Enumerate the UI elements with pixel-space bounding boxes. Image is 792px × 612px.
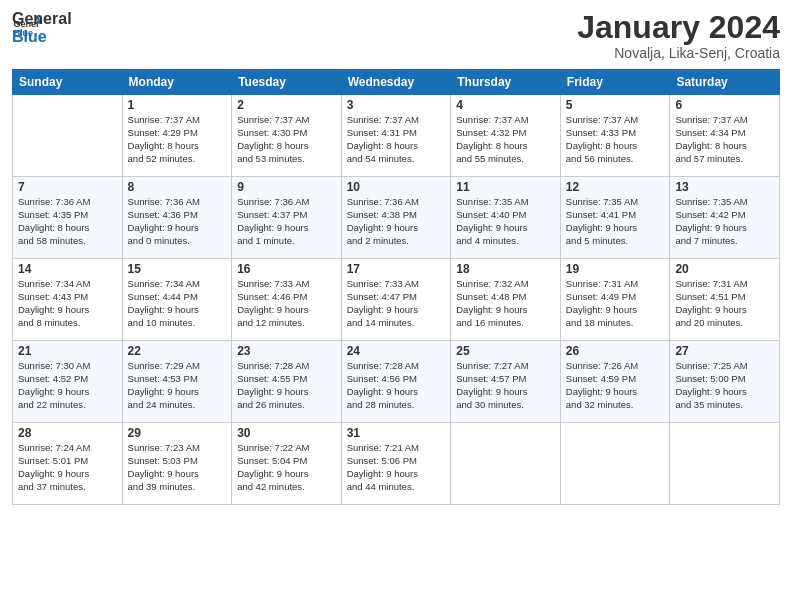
day-info: Sunrise: 7:35 AM Sunset: 4:40 PM Dayligh… [456, 196, 555, 247]
day-info: Sunrise: 7:36 AM Sunset: 4:37 PM Dayligh… [237, 196, 336, 247]
calendar-cell: 14Sunrise: 7:34 AM Sunset: 4:43 PM Dayli… [13, 259, 123, 341]
calendar-cell: 26Sunrise: 7:26 AM Sunset: 4:59 PM Dayli… [560, 341, 670, 423]
calendar-cell: 1Sunrise: 7:37 AM Sunset: 4:29 PM Daylig… [122, 95, 232, 177]
day-number: 25 [456, 344, 555, 358]
day-number: 1 [128, 98, 227, 112]
day-number: 3 [347, 98, 446, 112]
calendar-cell [13, 95, 123, 177]
day-info: Sunrise: 7:22 AM Sunset: 5:04 PM Dayligh… [237, 442, 336, 493]
day-info: Sunrise: 7:33 AM Sunset: 4:47 PM Dayligh… [347, 278, 446, 329]
day-number: 15 [128, 262, 227, 276]
title-section: January 2024 Novalja, Lika-Senj, Croatia [577, 10, 780, 61]
day-info: Sunrise: 7:35 AM Sunset: 4:41 PM Dayligh… [566, 196, 665, 247]
calendar-cell [451, 423, 561, 505]
day-number: 11 [456, 180, 555, 194]
calendar-cell: 4Sunrise: 7:37 AM Sunset: 4:32 PM Daylig… [451, 95, 561, 177]
day-info: Sunrise: 7:29 AM Sunset: 4:53 PM Dayligh… [128, 360, 227, 411]
calendar-cell: 15Sunrise: 7:34 AM Sunset: 4:44 PM Dayli… [122, 259, 232, 341]
calendar-cell: 16Sunrise: 7:33 AM Sunset: 4:46 PM Dayli… [232, 259, 342, 341]
day-info: Sunrise: 7:31 AM Sunset: 4:49 PM Dayligh… [566, 278, 665, 329]
calendar-cell: 28Sunrise: 7:24 AM Sunset: 5:01 PM Dayli… [13, 423, 123, 505]
col-sunday: Sunday [13, 70, 123, 95]
day-info: Sunrise: 7:26 AM Sunset: 4:59 PM Dayligh… [566, 360, 665, 411]
day-number: 4 [456, 98, 555, 112]
calendar-cell: 9Sunrise: 7:36 AM Sunset: 4:37 PM Daylig… [232, 177, 342, 259]
day-number: 12 [566, 180, 665, 194]
calendar-cell: 18Sunrise: 7:32 AM Sunset: 4:48 PM Dayli… [451, 259, 561, 341]
day-info: Sunrise: 7:33 AM Sunset: 4:46 PM Dayligh… [237, 278, 336, 329]
day-info: Sunrise: 7:32 AM Sunset: 4:48 PM Dayligh… [456, 278, 555, 329]
calendar-cell: 7Sunrise: 7:36 AM Sunset: 4:35 PM Daylig… [13, 177, 123, 259]
calendar-week-4: 21Sunrise: 7:30 AM Sunset: 4:52 PM Dayli… [13, 341, 780, 423]
day-info: Sunrise: 7:37 AM Sunset: 4:32 PM Dayligh… [456, 114, 555, 165]
day-number: 10 [347, 180, 446, 194]
day-info: Sunrise: 7:37 AM Sunset: 4:29 PM Dayligh… [128, 114, 227, 165]
calendar-week-5: 28Sunrise: 7:24 AM Sunset: 5:01 PM Dayli… [13, 423, 780, 505]
day-info: Sunrise: 7:36 AM Sunset: 4:36 PM Dayligh… [128, 196, 227, 247]
calendar-cell: 13Sunrise: 7:35 AM Sunset: 4:42 PM Dayli… [670, 177, 780, 259]
day-number: 31 [347, 426, 446, 440]
calendar-cell: 22Sunrise: 7:29 AM Sunset: 4:53 PM Dayli… [122, 341, 232, 423]
day-number: 5 [566, 98, 665, 112]
day-info: Sunrise: 7:37 AM Sunset: 4:33 PM Dayligh… [566, 114, 665, 165]
day-info: Sunrise: 7:27 AM Sunset: 4:57 PM Dayligh… [456, 360, 555, 411]
day-number: 28 [18, 426, 117, 440]
calendar-cell: 5Sunrise: 7:37 AM Sunset: 4:33 PM Daylig… [560, 95, 670, 177]
day-info: Sunrise: 7:37 AM Sunset: 4:31 PM Dayligh… [347, 114, 446, 165]
day-info: Sunrise: 7:28 AM Sunset: 4:56 PM Dayligh… [347, 360, 446, 411]
day-number: 14 [18, 262, 117, 276]
day-info: Sunrise: 7:25 AM Sunset: 5:00 PM Dayligh… [675, 360, 774, 411]
calendar-cell: 20Sunrise: 7:31 AM Sunset: 4:51 PM Dayli… [670, 259, 780, 341]
day-number: 7 [18, 180, 117, 194]
col-friday: Friday [560, 70, 670, 95]
day-number: 19 [566, 262, 665, 276]
calendar-cell: 3Sunrise: 7:37 AM Sunset: 4:31 PM Daylig… [341, 95, 451, 177]
day-info: Sunrise: 7:37 AM Sunset: 4:34 PM Dayligh… [675, 114, 774, 165]
day-number: 23 [237, 344, 336, 358]
day-number: 26 [566, 344, 665, 358]
calendar-header-row: Sunday Monday Tuesday Wednesday Thursday… [13, 70, 780, 95]
day-info: Sunrise: 7:21 AM Sunset: 5:06 PM Dayligh… [347, 442, 446, 493]
month-title: January 2024 [577, 10, 780, 45]
day-info: Sunrise: 7:23 AM Sunset: 5:03 PM Dayligh… [128, 442, 227, 493]
day-info: Sunrise: 7:36 AM Sunset: 4:35 PM Dayligh… [18, 196, 117, 247]
day-number: 9 [237, 180, 336, 194]
calendar-cell [560, 423, 670, 505]
calendar-cell [670, 423, 780, 505]
calendar-cell: 19Sunrise: 7:31 AM Sunset: 4:49 PM Dayli… [560, 259, 670, 341]
logo-general-text: General [12, 10, 72, 28]
day-info: Sunrise: 7:34 AM Sunset: 4:44 PM Dayligh… [128, 278, 227, 329]
day-info: Sunrise: 7:34 AM Sunset: 4:43 PM Dayligh… [18, 278, 117, 329]
day-info: Sunrise: 7:36 AM Sunset: 4:38 PM Dayligh… [347, 196, 446, 247]
day-info: Sunrise: 7:30 AM Sunset: 4:52 PM Dayligh… [18, 360, 117, 411]
calendar-cell: 6Sunrise: 7:37 AM Sunset: 4:34 PM Daylig… [670, 95, 780, 177]
calendar-table: Sunday Monday Tuesday Wednesday Thursday… [12, 69, 780, 505]
col-monday: Monday [122, 70, 232, 95]
calendar-week-1: 1Sunrise: 7:37 AM Sunset: 4:29 PM Daylig… [13, 95, 780, 177]
calendar-cell: 29Sunrise: 7:23 AM Sunset: 5:03 PM Dayli… [122, 423, 232, 505]
day-number: 20 [675, 262, 774, 276]
day-number: 22 [128, 344, 227, 358]
page-header: General Blue General Blue January 2024 N… [12, 10, 780, 61]
calendar-cell: 8Sunrise: 7:36 AM Sunset: 4:36 PM Daylig… [122, 177, 232, 259]
calendar-cell: 12Sunrise: 7:35 AM Sunset: 4:41 PM Dayli… [560, 177, 670, 259]
day-number: 29 [128, 426, 227, 440]
day-info: Sunrise: 7:37 AM Sunset: 4:30 PM Dayligh… [237, 114, 336, 165]
calendar-cell: 31Sunrise: 7:21 AM Sunset: 5:06 PM Dayli… [341, 423, 451, 505]
logo-blue-text: Blue [12, 28, 72, 46]
calendar-week-2: 7Sunrise: 7:36 AM Sunset: 4:35 PM Daylig… [13, 177, 780, 259]
day-number: 6 [675, 98, 774, 112]
day-number: 18 [456, 262, 555, 276]
day-info: Sunrise: 7:31 AM Sunset: 4:51 PM Dayligh… [675, 278, 774, 329]
calendar-cell: 25Sunrise: 7:27 AM Sunset: 4:57 PM Dayli… [451, 341, 561, 423]
calendar-cell: 17Sunrise: 7:33 AM Sunset: 4:47 PM Dayli… [341, 259, 451, 341]
calendar-cell: 11Sunrise: 7:35 AM Sunset: 4:40 PM Dayli… [451, 177, 561, 259]
day-info: Sunrise: 7:35 AM Sunset: 4:42 PM Dayligh… [675, 196, 774, 247]
day-info: Sunrise: 7:24 AM Sunset: 5:01 PM Dayligh… [18, 442, 117, 493]
calendar-cell: 23Sunrise: 7:28 AM Sunset: 4:55 PM Dayli… [232, 341, 342, 423]
calendar-cell: 10Sunrise: 7:36 AM Sunset: 4:38 PM Dayli… [341, 177, 451, 259]
day-number: 2 [237, 98, 336, 112]
day-number: 16 [237, 262, 336, 276]
calendar-cell: 21Sunrise: 7:30 AM Sunset: 4:52 PM Dayli… [13, 341, 123, 423]
col-tuesday: Tuesday [232, 70, 342, 95]
